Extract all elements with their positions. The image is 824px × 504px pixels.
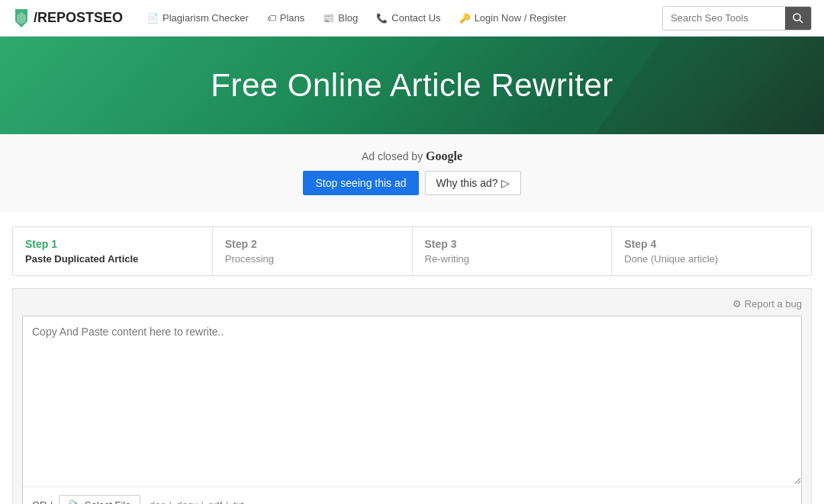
- select-file-button[interactable]: 📎 Select File: [59, 495, 141, 504]
- nav-label-plagiarism: Plagiarism Checker: [163, 12, 249, 24]
- nav-label-plans: Plans: [280, 12, 305, 24]
- step-3-desc: Re-writing: [425, 253, 600, 265]
- nav-links: 📄 Plagiarism Checker 🏷 Plans 📰 Blog 📞 Co…: [138, 0, 659, 37]
- brand-icon: [12, 8, 31, 29]
- doc-icon: 📄: [147, 13, 159, 24]
- step-3-number: Step 3: [425, 238, 600, 250]
- step-4: Step 4 Done (Unique article): [612, 227, 811, 275]
- ad-section: Ad closed by Google Stop seeing this ad …: [0, 134, 824, 211]
- nav-label-login: Login Now / Register: [475, 12, 567, 24]
- step-1-desc: Paste Duplicated Article: [25, 253, 200, 265]
- login-icon: 🔑: [459, 13, 471, 24]
- step-1-number: Step 1: [25, 238, 200, 250]
- steps-bar: Step 1 Paste Duplicated Article Step 2 P…: [12, 226, 812, 276]
- blog-icon: 📰: [323, 13, 334, 24]
- search-icon: [793, 13, 803, 24]
- search-container: [662, 6, 812, 30]
- report-bug-link[interactable]: ⚙ Report a bug: [22, 298, 802, 310]
- arrow-icon: ▷: [501, 177, 510, 189]
- step-2: Step 2 Processing: [213, 227, 413, 275]
- search-input[interactable]: [663, 12, 785, 24]
- nav-label-blog: Blog: [338, 12, 358, 24]
- select-file-label: Select File: [85, 499, 131, 504]
- nav-label-contact: Contact Us: [391, 12, 440, 24]
- file-extensions: .doc / .docx / .pdf / .txt: [146, 499, 243, 504]
- nav-item-plagiarism[interactable]: 📄 Plagiarism Checker: [138, 0, 258, 37]
- navbar: /REPOSTSEO 📄 Plagiarism Checker 🏷 Plans …: [0, 0, 824, 37]
- step-4-number: Step 4: [624, 238, 799, 250]
- svg-line-3: [800, 20, 803, 23]
- step-1: Step 1 Paste Duplicated Article: [13, 227, 213, 275]
- phone-icon: 📞: [376, 13, 388, 24]
- stop-seeing-ad-button[interactable]: Stop seeing this ad: [303, 171, 418, 195]
- paperclip-icon: 📎: [69, 499, 81, 504]
- brand-logo[interactable]: /REPOSTSEO: [12, 8, 123, 29]
- nav-item-contact[interactable]: 📞 Contact Us: [367, 0, 449, 37]
- svg-point-2: [793, 14, 800, 21]
- google-brand: Google: [426, 149, 462, 162]
- tag-icon: 🏷: [267, 13, 276, 24]
- search-button[interactable]: [785, 6, 811, 30]
- brand-name: REPOSTSEO: [37, 10, 123, 26]
- content-textarea[interactable]: [23, 316, 801, 484]
- main-editor-area: ⚙ Report a bug OR / 📎 Select File .doc /…: [12, 288, 812, 504]
- nav-item-login[interactable]: 🔑 Login Now / Register: [450, 0, 576, 37]
- ad-closed-text: Ad closed by Google: [15, 149, 809, 163]
- textarea-wrapper: OR / 📎 Select File .doc / .docx / .pdf /…: [22, 316, 802, 504]
- file-upload-row: OR / 📎 Select File .doc / .docx / .pdf /…: [23, 486, 801, 504]
- step-4-desc: Done (Unique article): [624, 253, 799, 265]
- nav-item-plans[interactable]: 🏷 Plans: [258, 0, 314, 37]
- step-2-number: Step 2: [225, 238, 400, 250]
- step-3: Step 3 Re-writing: [413, 227, 613, 275]
- hero-title: Free Online Article Rewriter: [15, 67, 809, 104]
- ad-buttons: Stop seeing this ad Why this ad? ▷: [15, 171, 809, 195]
- step-2-desc: Processing: [225, 253, 400, 265]
- or-label: OR /: [32, 499, 53, 504]
- hero-banner: Free Online Article Rewriter: [0, 37, 824, 134]
- why-ad-button[interactable]: Why this ad? ▷: [425, 171, 521, 195]
- nav-item-blog[interactable]: 📰 Blog: [314, 0, 367, 37]
